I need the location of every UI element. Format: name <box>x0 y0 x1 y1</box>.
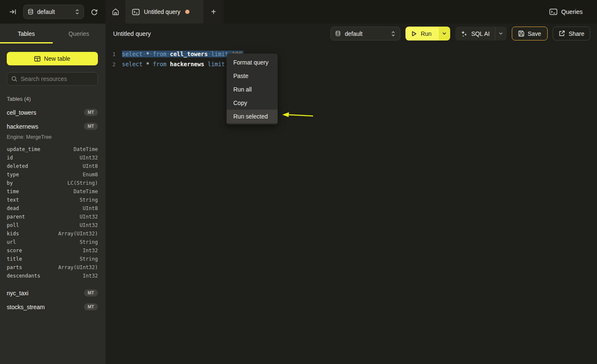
table-row[interactable]: hackernewsMT <box>7 119 98 133</box>
column-type: String <box>80 197 98 203</box>
column-name: score <box>7 248 22 253</box>
search-input[interactable] <box>21 75 93 82</box>
database-selector-value: default <box>37 8 71 15</box>
table-name: stocks_stream <box>7 304 45 310</box>
chevron-updown-icon <box>75 9 79 15</box>
column-row[interactable]: pollUInt32 <box>7 221 98 229</box>
save-button[interactable]: Save <box>512 27 548 40</box>
refresh-icon[interactable] <box>89 7 100 17</box>
column-row[interactable]: deletedUInt8 <box>7 162 98 170</box>
queries-icon <box>549 8 557 15</box>
editor-line[interactable]: 2select * from hackernews limit <box>105 59 597 69</box>
column-type: Array(UInt32) <box>58 264 98 270</box>
sql-token: * <box>146 51 149 57</box>
column-row[interactable]: timeDateTime <box>7 187 98 196</box>
column-row[interactable]: descendantsInt32 <box>7 272 98 280</box>
column-name: deleted <box>7 163 28 169</box>
chevron-updown-icon <box>391 31 395 37</box>
editor-line[interactable]: 1select·*·from·cell_towers·limit·100 <box>105 49 597 59</box>
menu-item-paste[interactable]: Paste <box>227 69 278 83</box>
engine-badge: MT <box>84 303 98 310</box>
column-type: UInt32 <box>80 155 98 161</box>
menu-item-copy[interactable]: Copy <box>227 96 278 110</box>
menu-item-run-all[interactable]: Run all <box>227 83 278 96</box>
line-number: 2 <box>105 61 116 67</box>
run-button-group: Run <box>405 27 450 40</box>
selected-code: select·*·from·cell_towers·limit·100 <box>122 51 243 57</box>
database-selector[interactable]: default <box>23 5 84 19</box>
column-row[interactable]: partsArray(UInt32) <box>7 263 98 272</box>
sql-token: select <box>122 61 143 67</box>
line-number: 1 <box>105 51 116 57</box>
column-list: update_timeDateTimeidUInt32deletedUInt8t… <box>7 145 98 280</box>
unsaved-indicator <box>185 10 189 14</box>
column-type: DateTime <box>73 146 98 152</box>
search-box <box>7 72 98 86</box>
column-type: Int32 <box>83 273 98 279</box>
collapse-sidebar-icon[interactable] <box>8 7 18 16</box>
sql-ai-caret[interactable] <box>495 27 507 40</box>
column-type: UInt32 <box>80 214 98 220</box>
column-name: type <box>7 172 19 178</box>
column-row[interactable]: kidsArray(UInt32) <box>7 229 98 238</box>
table-row[interactable]: nyc_taxiMT <box>7 286 98 300</box>
column-row[interactable]: textString <box>7 196 98 204</box>
sql-token: select <box>122 51 143 57</box>
column-name: title <box>7 256 22 262</box>
engine-badge: MT <box>84 289 98 297</box>
query-title: Untitled query <box>113 30 151 37</box>
tab-strip: Untitled query + <box>105 0 224 24</box>
queries-button[interactable]: Queries <box>549 0 583 24</box>
whitespace-dot: · <box>149 51 153 57</box>
table-name: cell_towers <box>7 109 36 116</box>
share-icon <box>559 30 565 37</box>
column-row[interactable]: urlString <box>7 238 98 246</box>
share-button[interactable]: Share <box>553 27 590 40</box>
column-row[interactable]: titleString <box>7 255 98 263</box>
tab-untitled-query[interactable]: Untitled query <box>125 0 203 24</box>
column-row[interactable]: byLC(String) <box>7 179 98 187</box>
table-name: nyc_taxi <box>7 290 28 297</box>
home-tab[interactable] <box>105 0 125 24</box>
new-table-button[interactable]: New table <box>7 52 98 65</box>
save-icon <box>518 30 524 37</box>
menu-item-format-query[interactable]: Format query <box>227 56 278 69</box>
run-button[interactable]: Run <box>405 27 439 40</box>
sql-token: hackernews <box>170 61 204 67</box>
column-name: dead <box>7 205 19 211</box>
database-icon <box>28 9 33 15</box>
engine-badge: MT <box>84 109 98 116</box>
column-row[interactable]: update_timeDateTime <box>7 145 98 154</box>
menu-item-run-selected[interactable]: Run selected <box>227 110 278 123</box>
sql-editor[interactable]: 1select·*·from·cell_towers·limit·1002sel… <box>105 43 597 69</box>
column-type: Int32 <box>83 248 98 253</box>
tab-label: Untitled query <box>144 8 180 15</box>
run-options-caret[interactable] <box>439 27 450 40</box>
new-tab-button[interactable]: + <box>203 0 224 24</box>
column-row[interactable]: typeEnum8 <box>7 170 98 179</box>
topbar-left-controls: default <box>0 0 105 24</box>
column-row[interactable]: idUInt32 <box>7 154 98 162</box>
column-type: UInt8 <box>83 163 98 169</box>
column-row[interactable]: scoreInt32 <box>7 246 98 255</box>
search-icon <box>11 76 17 82</box>
column-type: String <box>80 239 98 245</box>
column-type: UInt32 <box>80 222 98 228</box>
column-name: time <box>7 189 19 194</box>
whitespace-dot: · <box>143 51 146 57</box>
table-row[interactable]: cell_towersMT <box>7 105 98 119</box>
table-name: hackernews <box>7 123 38 130</box>
table-row[interactable]: stocks_streamMT <box>7 300 98 314</box>
annotation-arrow-icon <box>282 111 315 119</box>
column-name: update_time <box>7 146 40 152</box>
sql-token: from <box>153 61 167 67</box>
sql-ai-button[interactable]: SQL AI <box>455 30 495 37</box>
sidebar-tab-queries[interactable]: Queries <box>53 24 105 43</box>
column-row[interactable]: parentUInt32 <box>7 213 98 221</box>
query-database-selector[interactable]: default <box>330 27 400 40</box>
column-name: by <box>7 180 13 186</box>
sql-token: limit <box>211 51 228 57</box>
column-row[interactable]: deadUInt8 <box>7 204 98 213</box>
sidebar-tab-tables[interactable]: Tables <box>0 24 53 43</box>
column-name: text <box>7 197 19 203</box>
